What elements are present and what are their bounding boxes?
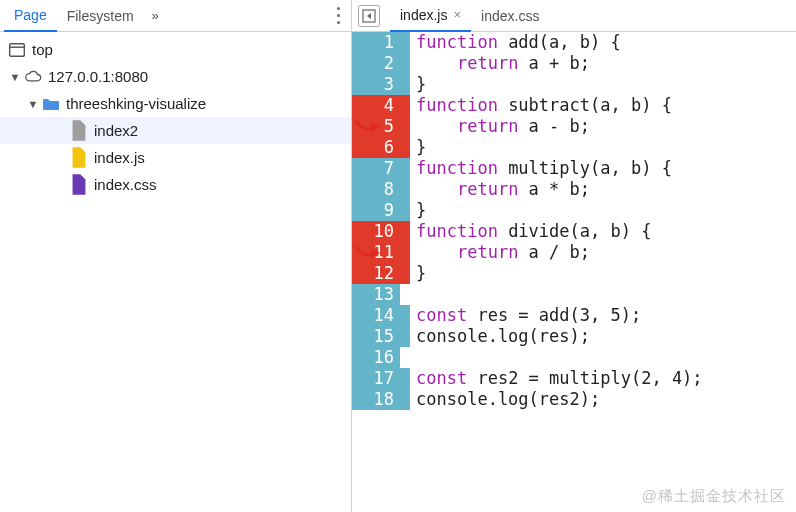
js-file-icon [70,149,88,167]
twisty-open-icon: ▼ [8,71,22,83]
line-number[interactable]: 2 [352,53,400,74]
coverage-marker [400,116,410,137]
editor-tab-bar: index.js × index.css [352,0,796,32]
coverage-marker [400,305,410,326]
line-number[interactable]: 15 [352,326,400,347]
coverage-marker [400,53,410,74]
coverage-marker [400,284,410,305]
tree-item-file[interactable]: index2 [0,117,351,144]
tree-label: threeshking-visualize [66,95,206,112]
code-line[interactable]: return a - b; [416,116,796,137]
code-line[interactable]: function subtract(a, b) { [416,95,796,116]
watermark: @稀土掘金技术社区 [642,487,786,506]
svg-rect-0 [10,43,25,55]
coverage-marker [400,95,410,116]
folder-icon [42,95,60,113]
code-line[interactable]: } [416,137,796,158]
coverage-marker [400,242,410,263]
line-number-gutter: 123456789101112131415161718 [352,32,400,512]
coverage-marker [400,32,410,53]
coverage-marker [400,137,410,158]
tree-item-file[interactable]: index.css [0,171,351,198]
code-line[interactable]: function divide(a, b) { [416,221,796,242]
code-line[interactable]: return a + b; [416,53,796,74]
file-icon [70,122,88,140]
line-number[interactable]: 12 [352,263,400,284]
css-file-icon [70,176,88,194]
line-number[interactable]: 3 [352,74,400,95]
coverage-marker [400,263,410,284]
line-number[interactable]: 1 [352,32,400,53]
line-number[interactable]: 17 [352,368,400,389]
code-line[interactable]: function multiply(a, b) { [416,158,796,179]
tree-item-file[interactable]: index.js [0,144,351,171]
line-number[interactable]: 8 [352,179,400,200]
code-line[interactable]: } [416,200,796,221]
code-line[interactable]: } [416,74,796,95]
coverage-marker [400,347,410,368]
code-editor[interactable]: 123456789101112131415161718 function add… [352,32,796,512]
tab-page[interactable]: Page [4,0,57,32]
code-line[interactable]: const res = add(3, 5); [416,305,796,326]
navigator-pane: Page Filesystem » top ▼ 127.0.0.1:8080 [0,0,352,512]
line-number[interactable]: 18 [352,389,400,410]
svg-marker-3 [367,13,371,19]
twisty-open-icon: ▼ [26,98,40,110]
line-number[interactable]: 9 [352,200,400,221]
line-number[interactable]: 10 [352,221,400,242]
editor-tab-active[interactable]: index.js × [390,0,471,32]
navigator-tab-bar: Page Filesystem » [0,0,351,32]
coverage-marker [400,326,410,347]
coverage-marker [400,179,410,200]
tab-filesystem[interactable]: Filesystem [57,0,144,32]
tree-label: index.css [94,176,157,193]
coverage-marker [400,200,410,221]
code-line[interactable]: console.log(res); [416,326,796,347]
line-number[interactable]: 13 [352,284,400,305]
editor-tab-inactive[interactable]: index.css [471,0,549,32]
line-number[interactable]: 16 [352,347,400,368]
line-number[interactable]: 6 [352,137,400,158]
tree-item-folder[interactable]: ▼ threeshking-visualize [0,90,351,117]
annotation-arrow-icon [354,118,380,136]
tab-label: index.js [400,7,447,23]
coverage-marker [400,158,410,179]
coverage-marker [400,221,410,242]
code-line[interactable]: } [416,263,796,284]
tab-label: index.css [481,8,539,24]
line-number[interactable]: 4 [352,95,400,116]
tree-item-top-frame[interactable]: top [0,36,351,63]
frame-icon [8,41,26,59]
coverage-marker [400,74,410,95]
file-tree: top ▼ 127.0.0.1:8080 ▼ threeshking-visua… [0,32,351,198]
tree-item-host[interactable]: ▼ 127.0.0.1:8080 [0,63,351,90]
code-content[interactable]: function add(a, b) { return a + b;}funct… [410,32,796,512]
coverage-marker [400,368,410,389]
toggle-navigator-icon[interactable] [358,5,380,27]
annotation-arrow-icon [354,244,380,262]
code-line[interactable] [416,284,796,305]
editor-pane: index.js × index.css 1234567891011121314… [352,0,796,512]
tab-overflow[interactable]: » [144,8,167,23]
coverage-marker-column [400,32,410,512]
kebab-menu-icon[interactable] [335,6,341,26]
code-line[interactable] [416,347,796,368]
code-line[interactable]: function add(a, b) { [416,32,796,53]
tree-label: index.js [94,149,145,166]
code-line[interactable]: const res2 = multiply(2, 4); [416,368,796,389]
cloud-icon [24,68,42,86]
tree-label: index2 [94,122,138,139]
tree-label: 127.0.0.1:8080 [48,68,148,85]
code-line[interactable]: console.log(res2); [416,389,796,410]
tree-label: top [32,41,53,58]
line-number[interactable]: 7 [352,158,400,179]
line-number[interactable]: 14 [352,305,400,326]
code-line[interactable]: return a * b; [416,179,796,200]
code-line[interactable]: return a / b; [416,242,796,263]
close-icon[interactable]: × [453,7,461,22]
coverage-marker [400,389,410,410]
